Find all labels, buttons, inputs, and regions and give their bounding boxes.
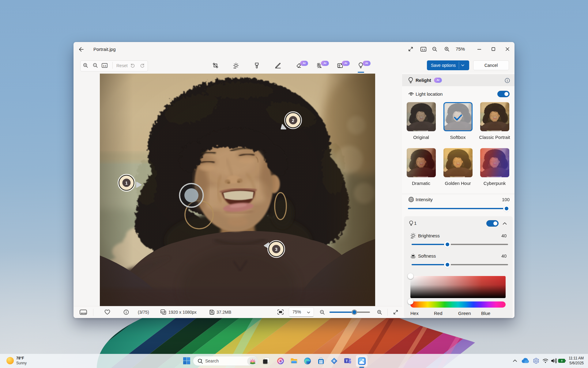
svg-text:1: 1 <box>125 180 128 186</box>
svg-text:1:1: 1:1 <box>103 64 106 67</box>
svg-text:3: 3 <box>275 247 277 252</box>
svg-text:2: 2 <box>292 118 294 123</box>
svg-text:T: T <box>346 359 348 363</box>
svg-text:1:1: 1:1 <box>422 48 425 51</box>
